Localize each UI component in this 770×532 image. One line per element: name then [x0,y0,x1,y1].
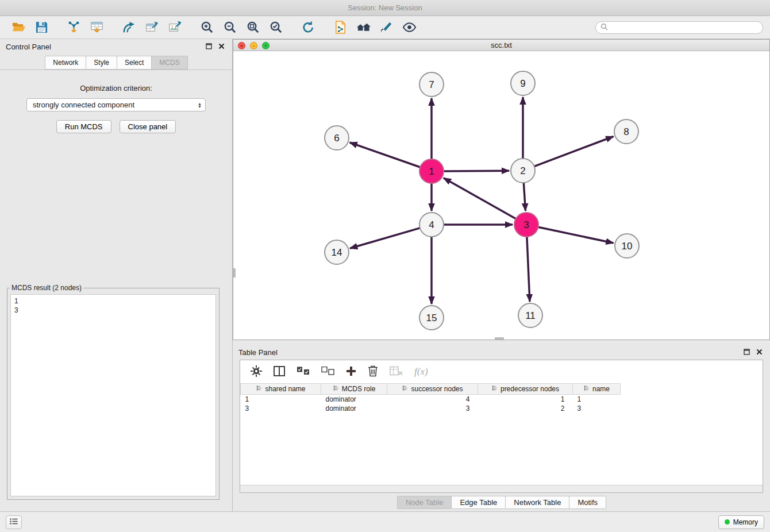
show-hide-button[interactable] [398,18,421,37]
graph-node-label: 8 [623,126,629,137]
float-panel-button[interactable] [203,41,214,52]
table-row[interactable]: 3dominator323 [241,404,763,413]
apply-style-button[interactable] [375,18,398,37]
float-table-panel-button[interactable] [741,347,752,357]
select-all-button[interactable] [297,367,310,377]
tab-network[interactable]: Network [45,56,86,70]
zoom-fit-button[interactable] [241,18,264,37]
table-horizontal-scrollbar[interactable] [240,485,763,492]
add-column-button[interactable] [346,366,356,378]
delete-column-button[interactable] [368,365,378,379]
optimization-criterion-select[interactable]: strongly connected component ▲▼ [26,98,206,111]
task-history-button[interactable] [6,515,22,529]
right-column: × − + scc.txt 7968124314101511 Table Pan… [233,39,770,511]
graph-edge-2-8[interactable] [534,137,614,167]
vertical-scrollbar[interactable] [233,268,236,277]
graph-node-label: 2 [520,165,525,176]
graph-node-label: 10 [622,241,633,252]
import-table-button[interactable] [85,18,108,37]
status-bar: Memory [0,511,770,532]
close-window-button[interactable]: × [238,42,245,49]
export-table-button[interactable] [140,18,163,37]
tab-edge-table[interactable]: Edge Table [451,496,506,509]
empty-column-header [621,384,763,395]
tab-node-table[interactable]: Node Table [397,496,452,509]
tab-network-table[interactable]: Network Table [505,496,569,509]
network-canvas[interactable]: 7968124314101511 [233,51,769,340]
graph-node-label: 1 [429,166,434,177]
tab-style[interactable]: Style [86,56,117,70]
table-frame: f(x) shared name MCDS role succes [240,360,763,493]
zoom-selected-button[interactable] [264,18,287,37]
run-mcds-button[interactable]: Run MCDS [56,120,111,133]
control-panel-tabs: Network Style Select MCDS [0,54,232,70]
tab-mcds[interactable]: MCDS [151,56,187,70]
network-window-titlebar[interactable]: × − + scc.txt [233,40,769,51]
save-session-button[interactable] [30,18,53,37]
zoom-out-button[interactable] [218,18,241,37]
graph-edge-3-11[interactable] [527,237,530,302]
graph-node-label: 4 [429,219,434,230]
close-panel-button[interactable] [216,41,226,52]
close-table-panel-button[interactable] [754,347,764,357]
table-settings-button[interactable] [251,365,262,379]
tab-motifs[interactable]: Motifs [569,496,606,509]
graph-edge-2-3[interactable] [523,183,525,211]
mcds-result-text[interactable]: 1 3 [10,294,216,496]
table-cell-empty [621,404,763,413]
mcds-result-title: MCDS result (2 nodes) [10,284,83,292]
network-graph[interactable]: 7968124314101511 [233,51,769,340]
close-panel-action-button[interactable]: Close panel [120,120,176,133]
search-input[interactable] [611,24,758,32]
zoom-in-button[interactable] [195,18,218,37]
minimize-window-button[interactable]: − [250,42,257,49]
network-window-title: scc.txt [491,41,512,49]
close-icon [218,43,225,51]
network-window: × − + scc.txt 7968124314101511 [233,39,770,340]
mcds-tab-body: Optimization criterion: strongly connect… [0,70,232,133]
table-row[interactable]: 1dominator411 [241,395,763,404]
unselect-all-button[interactable] [321,367,334,377]
table-cell: 1 [573,395,621,404]
table-cell: 1 [241,395,321,404]
unselect-all-icon [321,367,334,377]
graph-node-label: 3 [523,219,529,230]
control-panel-header: Control Panel [0,39,232,54]
clone-network-button[interactable] [329,18,352,37]
table-cell: dominator [321,404,387,413]
table-cell-empty [621,395,763,404]
dropdown-selected-value: strongly connected component [33,101,198,109]
memory-button[interactable]: Memory [718,515,764,529]
graph-edge-3-1[interactable] [444,178,516,219]
application-window: Session: New Session [0,0,770,532]
refresh-view-button[interactable] [297,18,319,37]
column-header-predecessor-nodes[interactable]: predecessor nodes [478,384,573,395]
import-network-button[interactable] [62,18,85,37]
table-panel-header: Table Panel [233,345,770,360]
table-tabs: Node Table Edge Table Network Table Moti… [233,493,770,511]
workspace: Control Panel Network Style Select MCDS … [0,39,770,511]
graph-edge-3-10[interactable] [538,227,614,243]
column-header-shared-name[interactable]: shared name [241,384,321,395]
graph-edge-4-14[interactable] [350,228,420,248]
graph-edge-1-6[interactable] [350,142,421,167]
export-image-button[interactable] [163,18,186,37]
table-cell: 4 [387,395,478,404]
column-header-successor-nodes[interactable]: successor nodes [387,384,478,395]
column-header-mcds-role[interactable]: MCDS role [321,384,387,395]
table-cell: dominator [321,395,387,404]
open-file-button[interactable] [7,18,30,37]
export-network-button[interactable] [117,18,140,37]
horizontal-scrollbar[interactable] [495,337,504,340]
memory-label: Memory [733,518,758,526]
zoom-window-button[interactable]: + [262,42,270,49]
window-titlebar[interactable]: Session: New Session [0,0,770,16]
show-column-button[interactable] [274,366,285,378]
column-attribute-icon [583,385,590,393]
column-header-name[interactable]: name [573,384,621,395]
window-title: Session: New Session [348,3,422,12]
tab-select[interactable]: Select [117,56,152,70]
graph-edge-1-2[interactable] [444,171,509,171]
table-cell: 3 [387,404,478,413]
home-view-button[interactable] [352,18,375,37]
